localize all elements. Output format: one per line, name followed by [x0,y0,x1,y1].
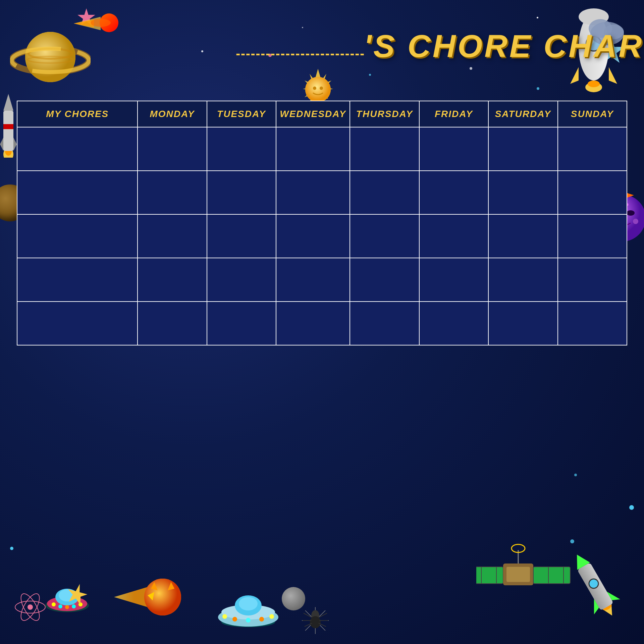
col-header-saturday: SATURDAY [488,101,558,127]
monday-cell[interactable] [138,302,207,345]
svg-point-68 [232,617,237,622]
satellite-icon [476,523,644,641]
monday-cell[interactable] [138,127,207,171]
title-text: 'S CHORE CHART [364,30,644,62]
monday-cell[interactable] [138,214,207,258]
table-row[interactable] [17,127,627,171]
table-row[interactable] [17,214,627,258]
svg-point-77 [310,616,321,628]
wednesday-cell[interactable] [276,127,350,171]
svg-marker-56 [114,587,148,607]
ufo-center-icon [215,587,282,627]
svg-point-52 [58,604,62,608]
chore-cell[interactable] [17,302,138,345]
tuesday-cell[interactable] [207,171,276,214]
svg-point-35 [627,210,635,216]
svg-point-9 [91,19,111,27]
tuesday-cell[interactable] [207,127,276,171]
sunday-cell[interactable] [558,171,627,214]
saturday-cell[interactable] [488,258,558,302]
friday-cell[interactable] [419,302,488,345]
table-row[interactable] [17,171,627,214]
col-header-sunday: SUNDAY [558,101,627,127]
table-row[interactable] [17,302,627,345]
meteor-icon [74,10,127,37]
friday-cell[interactable] [419,171,488,214]
wednesday-cell[interactable] [276,214,350,258]
svg-point-31 [313,87,316,90]
svg-marker-16 [570,67,579,84]
star-dot [470,67,472,70]
fireball-icon [114,577,188,617]
svg-rect-92 [476,567,503,584]
thursday-cell[interactable] [350,127,419,171]
svg-point-30 [305,77,331,102]
ufo-small-icon [40,580,94,614]
sunday-cell[interactable] [558,127,627,171]
chore-cell[interactable] [17,258,138,302]
svg-rect-27 [3,124,13,129]
thursday-cell[interactable] [350,302,419,345]
wednesday-cell[interactable] [276,258,350,302]
sunday-cell[interactable] [558,302,627,345]
chore-cell[interactable] [17,127,138,171]
friday-cell[interactable] [419,127,488,171]
col-header-tuesday: TUESDAY [207,101,276,127]
deco-dot [10,547,13,550]
saturday-cell[interactable] [488,171,558,214]
monday-cell[interactable] [138,258,207,302]
col-header-friday: FRIDAY [419,101,488,127]
friday-cell[interactable] [419,214,488,258]
dot-blue [574,474,577,476]
col-header-monday: MONDAY [138,101,207,127]
svg-point-54 [72,604,76,608]
saturday-cell[interactable] [488,214,558,258]
chore-table-container: MY CHORES MONDAY TUESDAY WEDNESDAY THURS… [17,101,627,345]
star-dot [201,50,203,52]
chore-cell[interactable] [17,214,138,258]
thursday-cell[interactable] [350,214,419,258]
thursday-cell[interactable] [350,171,419,214]
svg-rect-99 [533,567,570,584]
saturday-cell[interactable] [488,127,558,171]
deco-dot [629,505,634,510]
svg-marker-24 [3,94,13,111]
friday-cell[interactable] [419,258,488,302]
thursday-cell[interactable] [350,258,419,302]
star-dot [302,27,303,28]
svg-point-67 [222,614,227,619]
col-header-chores: MY CHORES [17,101,138,127]
tuesday-cell[interactable] [207,302,276,345]
wednesday-cell[interactable] [276,171,350,214]
svg-point-69 [246,618,251,623]
star-dot [537,17,538,18]
star-dot [369,74,371,76]
monday-cell[interactable] [138,171,207,214]
svg-point-37 [633,219,638,224]
svg-point-11 [588,80,600,87]
tuesday-cell[interactable] [207,258,276,302]
table-row[interactable] [17,258,627,302]
name-dashed-line [236,54,364,55]
svg-point-43 [28,604,33,610]
svg-point-71 [269,614,274,619]
saturday-cell[interactable] [488,302,558,345]
sunday-cell[interactable] [558,214,627,258]
svg-rect-23 [3,111,13,151]
svg-marker-25 [0,138,3,151]
col-header-wednesday: WEDNESDAY [276,101,350,127]
chore-cell[interactable] [17,171,138,214]
svg-point-70 [259,617,264,622]
dot-blue [537,87,539,90]
svg-point-66 [239,597,258,610]
wednesday-cell[interactable] [276,302,350,345]
spider-icon [299,604,332,637]
svg-marker-17 [609,67,617,84]
svg-point-53 [65,605,69,609]
svg-point-32 [320,87,323,90]
tuesday-cell[interactable] [207,214,276,258]
sunday-cell[interactable] [558,258,627,302]
svg-point-51 [52,602,56,606]
svg-marker-26 [13,138,17,151]
table-header-row: MY CHORES MONDAY TUESDAY WEDNESDAY THURS… [17,101,627,127]
